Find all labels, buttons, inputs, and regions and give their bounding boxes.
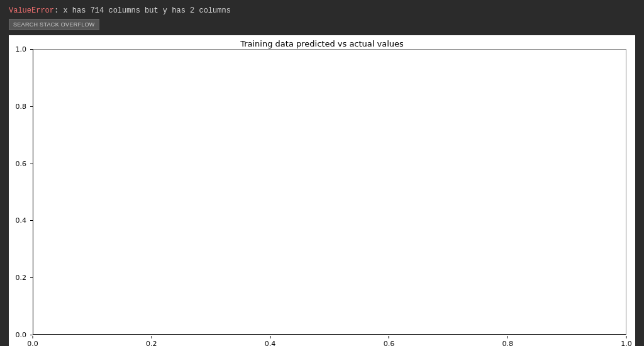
x-tick-label: 0.2 — [146, 340, 157, 346]
y-tick-label: 0.8 — [16, 102, 27, 110]
y-axis-ticks: 0.0 0.2 0.4 0.6 0.8 1.0 — [9, 49, 30, 335]
x-tick-label: 0.8 — [502, 340, 513, 346]
search-stack-overflow-button[interactable]: SEARCH STACK OVERFLOW — [9, 19, 99, 30]
x-tick-label: 0.6 — [384, 340, 395, 346]
chart-title: Training data predicted vs actual values — [9, 39, 635, 48]
y-tick-label: 1.0 — [16, 45, 27, 53]
error-message: ValueError: x has 714 columns but y has … — [0, 0, 644, 19]
matplotlib-figure: Training data predicted vs actual values… — [9, 35, 635, 346]
y-tick-label: 0.0 — [16, 331, 27, 339]
y-tick-label: 0.6 — [16, 159, 27, 167]
x-tick-label: 0.4 — [265, 340, 276, 346]
x-tick-label: 0.0 — [27, 340, 38, 346]
error-type: ValueError — [9, 6, 54, 15]
x-tick-label: 1.0 — [621, 340, 632, 346]
button-row: SEARCH STACK OVERFLOW — [0, 19, 644, 35]
x-axis-ticks: 0.0 0.2 0.4 0.6 0.8 1.0 — [33, 336, 626, 346]
chart-axes-area — [33, 49, 626, 335]
y-tick-label: 0.4 — [16, 216, 27, 225]
y-tick-label: 0.2 — [16, 274, 27, 282]
error-detail: : x has 714 columns but y has 2 columns — [54, 6, 231, 15]
